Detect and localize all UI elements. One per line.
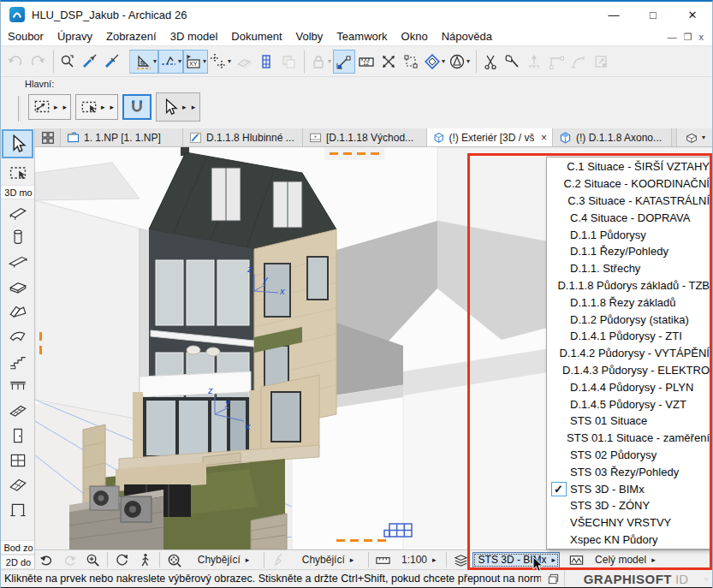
layer-menu-item[interactable]: D.1.1.8 Řezy základů [547, 294, 710, 311]
pen-set-selector[interactable]: Chybějící [186, 550, 261, 569]
redo-button[interactable] [27, 50, 49, 74]
layer-menu-item[interactable]: D.1.4.5 Půdorysy - VZT [547, 395, 710, 413]
layer-menu-item[interactable]: D.1.2 Půdorysy (statika) [547, 311, 710, 328]
fillet-button[interactable] [567, 50, 590, 74]
dropdown-arrow-icon[interactable]: ▾ [203, 57, 206, 65]
guide-lines-button[interactable]: ▾ [129, 50, 158, 74]
layer-combination-button[interactable]: STS 3D - BIMx [472, 552, 561, 568]
layer-menu-item[interactable]: ✓ STS 3D - BIMx [547, 480, 710, 497]
dropdown-arrow-icon[interactable]: ▾ [466, 57, 470, 65]
toolbox-wall-tool[interactable] [1, 199, 34, 224]
close-button[interactable]: ✕ [673, 2, 712, 27]
resize-grip[interactable]: ⁘ [703, 575, 710, 584]
layer-menu-item[interactable]: Xspec KN Půdory [547, 532, 710, 549]
toolbox-skylight-tool[interactable] [1, 472, 34, 497]
toolbar-grip[interactable] [18, 96, 21, 122]
explore-walk-button[interactable] [134, 550, 157, 569]
view-switcher-button[interactable]: ▾ [676, 128, 712, 146]
maximize-button[interactable]: □ [633, 2, 673, 27]
toolbox-arrow-tool[interactable] [2, 129, 33, 158]
tab-elevation[interactable]: [D.1.1.18 Východ... [303, 128, 427, 146]
intersect-button[interactable] [545, 50, 567, 74]
coordinate-input-button[interactable]: ▾ [183, 50, 208, 74]
model-filter-selector[interactable]: Celý model [588, 550, 662, 569]
dropdown-arrow-icon[interactable]: ▾ [153, 57, 157, 65]
menu-item[interactable]: Dokument [224, 27, 288, 46]
undo-button[interactable] [4, 50, 27, 74]
layer-menu-item[interactable]: D.1.4.2 Půdorysy - VYTÁPĚNÍ [547, 345, 710, 362]
copy-message-icon[interactable] [543, 569, 564, 588]
flyout-arrow-icon[interactable]: ▸ [101, 103, 114, 111]
toolbox-marquee-tool[interactable] [1, 160, 34, 185]
resize-button[interactable] [590, 50, 612, 74]
move-button[interactable] [333, 50, 355, 74]
trim-button[interactable] [501, 50, 523, 74]
toolbox-opening-tool[interactable] [1, 497, 34, 522]
rotate-button[interactable]: ▾ [422, 50, 447, 74]
tab-close-icon[interactable]: × [541, 132, 547, 144]
flyout-arrow-icon[interactable]: ▸ [54, 103, 67, 111]
marquee-flyout-button[interactable]: ▸ [28, 94, 71, 120]
menu-item[interactable]: Teamwork [330, 27, 394, 46]
menu-item[interactable]: Volby [289, 27, 330, 46]
adjust-button[interactable] [523, 50, 545, 74]
trace-reference-button[interactable] [233, 50, 255, 74]
orbit-button[interactable] [110, 550, 134, 569]
menu-item[interactable]: Zobrazení [99, 27, 163, 46]
dropdown-arrow-icon[interactable]: ▾ [442, 57, 445, 65]
arrow-tool-button[interactable]: ▸ [156, 92, 200, 122]
layer-menu-item[interactable]: STS 02 Půdorysy [547, 447, 710, 464]
tab-floor-plan[interactable]: 1. 1.NP [1. 1.NP] [61, 128, 183, 146]
toolbox-group-3d-label[interactable]: 3D mo [1, 185, 34, 199]
minimize-button[interactable]: — [594, 2, 633, 27]
split-button[interactable] [476, 50, 501, 74]
selection-flyout-button[interactable]: ▸ [75, 94, 118, 120]
toolbox-group-2d-label[interactable]: 2D do [1, 555, 34, 569]
layer-menu-item[interactable]: STS 01.1 Situace - zaměření [547, 430, 710, 447]
forward-button[interactable] [58, 550, 81, 569]
stretch-button[interactable] [377, 50, 400, 74]
toolbox-railing-tool[interactable] [1, 373, 34, 398]
measure-button[interactable] [355, 50, 377, 74]
back-button[interactable] [35, 550, 58, 569]
toolbox-shell-tool[interactable] [1, 324, 34, 348]
quad-view-button[interactable] [35, 128, 61, 146]
toolbox-group-viewpoint-label[interactable]: Bod zo [1, 540, 34, 555]
orientation-button[interactable]: ▾ [447, 50, 472, 74]
graphisoft-id-button[interactable]: GRAPHISOFT ID [564, 570, 712, 588]
layer-menu-item[interactable]: D.1.1 Půdorysy [547, 226, 710, 243]
toolbox-slab-tool[interactable] [1, 274, 34, 299]
scale-selector[interactable]: 1:100 [395, 550, 443, 569]
layer-menu-item[interactable]: D.1.4.1 Půdorysy - ZTI [547, 328, 710, 345]
virtual-trace-button[interactable] [277, 50, 300, 74]
menu-item[interactable]: 3D model [163, 27, 225, 46]
layer-menu-item[interactable]: D.1.1 Řezy/Pohledy [547, 243, 710, 260]
pick-up-parameters-button[interactable] [78, 50, 100, 74]
column-grid-button[interactable] [255, 50, 277, 74]
toolbox-curtain-wall-tool[interactable] [1, 398, 34, 423]
layer-menu-item[interactable]: D.1.1.8 Půdorys základů - TZB [547, 277, 710, 294]
lock-button[interactable]: ▾ [304, 50, 333, 74]
toolbox-beam-tool[interactable] [1, 249, 34, 274]
inject-parameters-button[interactable] [100, 50, 122, 74]
layer-menu-item[interactable]: STS 3D - ZÓNY [547, 497, 710, 514]
layer-menu-item[interactable]: VŠECHNY VRSTVY [547, 514, 710, 532]
menu-item[interactable]: Nápověda [435, 27, 499, 46]
edit-selection-button[interactable] [400, 50, 422, 74]
tab-axonometry[interactable]: (!) D.1.1.8 Axono... [553, 128, 672, 146]
doc-minimize-button[interactable]: — [668, 33, 677, 41]
layer-menu-item[interactable]: C.2 Situace - KOORDINAČNÍ [547, 175, 710, 193]
toolbox-door-tool[interactable] [1, 423, 34, 448]
dropdown-arrow-icon[interactable]: ▾ [328, 57, 331, 65]
doc-restore-button[interactable]: ❐ [684, 33, 692, 41]
flyout-arrow-icon[interactable]: ▸ [182, 103, 195, 111]
layer-menu-item[interactable]: STS 01 Situace [547, 413, 710, 430]
menu-item[interactable]: Soubor [1, 27, 51, 46]
toolbox-window-tool[interactable] [1, 448, 34, 472]
markup-selector[interactable]: Chybějící [290, 550, 365, 569]
toolbox-stair-tool[interactable] [1, 348, 34, 373]
layer-menu-item[interactable]: C.4 Situace - DOPRAVA [547, 209, 710, 226]
toolbox-roof-tool[interactable] [1, 299, 34, 324]
zoom-in-button[interactable] [81, 550, 104, 569]
doc-close-button[interactable]: x [699, 33, 704, 41]
